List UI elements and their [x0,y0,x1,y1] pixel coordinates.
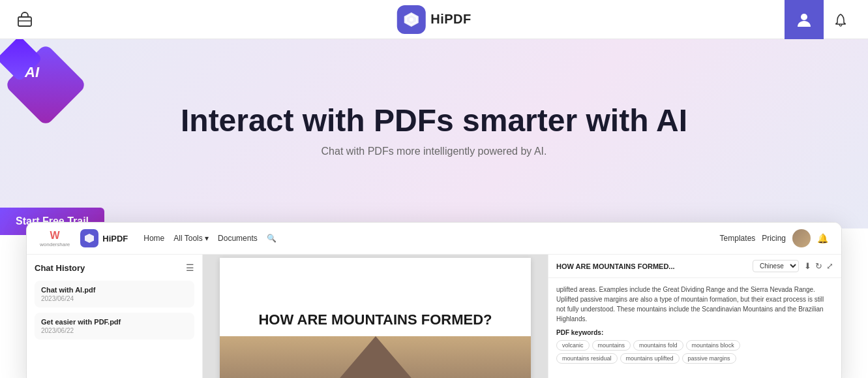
preview-nav-search-icon[interactable]: 🔍 [267,234,277,243]
preview-nav-right: Templates Pricing 🔔 [720,229,828,247]
nav-center: HiPDF [397,5,471,34]
preview-nav-alltools[interactable]: All Tools ▾ [173,234,209,243]
preview-container: W wondershare HiPDF Home All Tools ▾ Doc… [26,222,842,378]
pdf-mountain-peak [337,336,415,378]
preview-nav-avatar[interactable] [792,229,811,247]
chat-sidebar-title: Chat History [35,263,85,273]
top-navigation: HiPDF [0,0,868,39]
preview-nav-documents[interactable]: Documents [218,234,258,243]
panel-actions: ⬇ ↻ ⤢ [804,261,833,271]
hipdf-logo-badge[interactable] [397,5,425,34]
keywords-label: PDF keywords: [556,329,833,336]
chat-item-1-date: 2023/06/24 [41,295,188,302]
preview-nav-pricing[interactable]: Pricing [762,234,786,243]
chat-sidebar-menu-icon[interactable]: ☰ [186,262,194,273]
pdf-mountain-image [220,336,530,378]
keyword-volcanic[interactable]: volcanic [556,340,590,351]
preview-nav: W wondershare HiPDF Home All Tools ▾ Doc… [27,223,841,255]
nav-right [785,0,855,39]
ai-panel-header: HOW ARE MOUNTAINS FORMED... Chinese ⬇ ↻ … [548,255,841,278]
refresh-icon[interactable]: ↻ [815,261,822,271]
pdf-page: HOW ARE MOUNTAINS FORMED? [220,258,530,378]
ai-panel-text: uplifted areas. Examples include the Gre… [556,285,833,324]
chat-sidebar: Chat History ☰ Chat with AI.pdf 2023/06/… [27,255,203,378]
keyword-mountains-residual[interactable]: mountains residual [556,353,618,364]
ai-label: AI [25,64,39,81]
keyword-mountains[interactable]: mountains [592,340,631,351]
ai-panel: HOW ARE MOUNTAINS FORMED... Chinese ⬇ ↻ … [548,255,841,378]
preview-logo[interactable]: HiPDF [80,229,128,247]
preview-logo-text: HiPDF [102,234,128,244]
keyword-passive-margins[interactable]: passive margins [682,353,736,364]
keywords-row-1: volcanic mountains mountains fold mounta… [556,340,833,351]
notification-bell[interactable] [826,5,855,34]
preview-nav-home[interactable]: Home [143,234,164,243]
svg-rect-0 [18,17,31,26]
keywords-row-2: mountains residual mountains uplifted pa… [556,353,833,364]
ai-panel-title: HOW ARE MOUNTAINS FORMED... [556,262,747,270]
hero-subtitle: Chat with PDFs more intelligently powere… [322,146,547,157]
svg-point-3 [801,14,807,20]
svg-point-2 [409,18,413,22]
preview-window: W wondershare HiPDF Home All Tools ▾ Doc… [26,222,842,378]
chat-sidebar-header: Chat History ☰ [35,262,194,273]
preview-content: Chat History ☰ Chat with AI.pdf 2023/06/… [27,255,841,378]
download-icon[interactable]: ⬇ [804,261,811,271]
keyword-mountains-fold[interactable]: mountains fold [633,340,683,351]
pdf-title-text: HOW ARE MOUNTAINS FORMED? [252,305,498,335]
wondershare-logo: W wondershare [40,230,70,247]
keyword-mountains-block[interactable]: mountains block [686,340,740,351]
ai-badge: AI [0,39,98,137]
toolbox-icon[interactable] [13,8,37,31]
pdf-view: HOW ARE MOUNTAINS FORMED? [203,255,548,378]
hero-title: Interact with PDFs smarter with AI [181,104,687,138]
wondershare-text: wondershare [40,242,70,247]
ai-panel-body: uplifted areas. Examples include the Gre… [548,278,841,370]
hero-section: AI Interact with PDFs smarter with AI Ch… [0,39,868,228]
nav-left [13,8,37,31]
share-icon[interactable]: ⤢ [826,261,833,271]
preview-nav-links: Home All Tools ▾ Documents 🔍 [143,234,277,243]
chat-item-1-name: Chat with AI.pdf [41,286,188,294]
keyword-mountains-uplifted[interactable]: mountains uplifted [620,353,680,364]
wondershare-w: W [50,230,60,242]
preview-nav-bell[interactable]: 🔔 [817,233,828,244]
chat-item-2[interactable]: Get easier with PDF.pdf 2023/06/22 [35,313,194,339]
chat-item-2-date: 2023/06/22 [41,327,188,334]
chat-item-2-name: Get easier with PDF.pdf [41,318,188,326]
avatar-button[interactable] [785,0,824,39]
language-select[interactable]: Chinese [753,260,799,272]
chat-item-1[interactable]: Chat with AI.pdf 2023/06/24 [35,281,194,307]
preview-logo-badge [80,229,98,247]
hipdf-logo-text: HiPDF [430,12,471,27]
preview-nav-templates[interactable]: Templates [720,234,756,243]
